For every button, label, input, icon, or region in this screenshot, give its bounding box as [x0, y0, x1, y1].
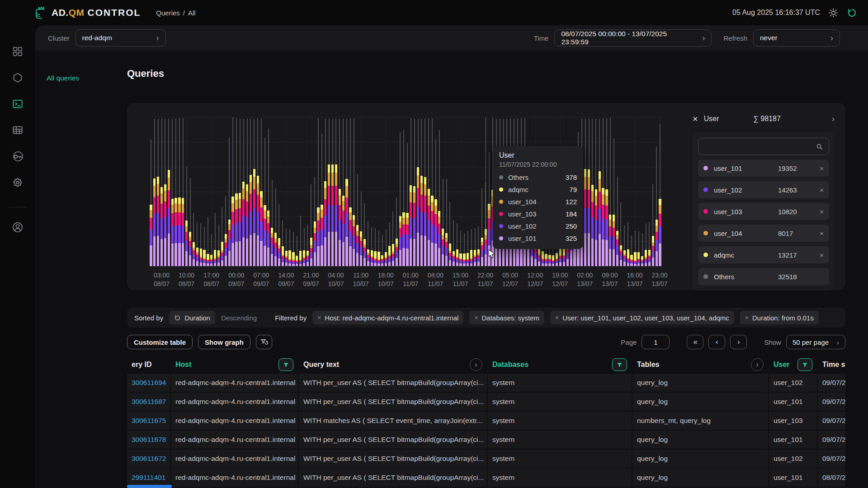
- chart-bar[interactable]: [270, 117, 274, 266]
- chart-bar[interactable]: [609, 117, 612, 266]
- sort-chip[interactable]: Duration: [169, 311, 215, 324]
- close-icon[interactable]: ×: [693, 114, 698, 123]
- chart-bar[interactable]: [370, 117, 373, 266]
- first-page-button[interactable]: «: [687, 335, 703, 349]
- chart-bar[interactable]: [409, 117, 413, 266]
- remove-filter-icon[interactable]: ×: [817, 186, 824, 194]
- legend-search-input[interactable]: [698, 138, 829, 155]
- cell-query_id[interactable]: 300611687: [127, 393, 171, 411]
- chart-bar[interactable]: [245, 117, 249, 266]
- chart-bar[interactable]: [641, 117, 644, 266]
- chart-bar[interactable]: [324, 117, 327, 266]
- chart-bar[interactable]: [181, 117, 185, 266]
- chart-bar[interactable]: [480, 117, 484, 266]
- horizontal-scrollbar-thumb[interactable]: [127, 485, 172, 488]
- chart-bar[interactable]: [345, 117, 349, 266]
- chart-bar[interactable]: [466, 117, 470, 266]
- chart-bar[interactable]: [455, 117, 459, 266]
- chart-bar[interactable]: [395, 117, 398, 266]
- chart-bar[interactable]: [242, 117, 245, 266]
- chart-bar[interactable]: [327, 117, 331, 266]
- chart-bar[interactable]: [619, 117, 623, 266]
- chart-bar[interactable]: [366, 117, 370, 266]
- chart-bar[interactable]: [302, 117, 306, 266]
- chart-bar[interactable]: [167, 117, 170, 266]
- chart-bar[interactable]: [274, 117, 278, 266]
- reset-filters-button[interactable]: [256, 335, 272, 349]
- remove-filter-icon[interactable]: ×: [817, 230, 824, 237]
- next-page-button[interactable]: ›: [730, 335, 747, 349]
- chart-bar[interactable]: [174, 117, 178, 266]
- chart-bar[interactable]: [381, 117, 384, 266]
- chart-bar[interactable]: [331, 117, 335, 266]
- nav-terminal[interactable]: [9, 95, 27, 113]
- chart-bar[interactable]: [462, 117, 466, 266]
- cell-query_id[interactable]: 300611678: [127, 431, 171, 449]
- chart-bar[interactable]: [477, 117, 481, 266]
- filter-chip[interactable]: ×User: user_101, user_102, user_103, use…: [550, 311, 734, 324]
- chart-bar[interactable]: [338, 117, 341, 266]
- nav-dashboard-grid[interactable]: [9, 42, 27, 61]
- remove-filter-icon[interactable]: ×: [817, 208, 824, 216]
- theme-toggle-icon[interactable]: [828, 8, 839, 18]
- chart-bar[interactable]: [413, 117, 416, 266]
- cell-query_id[interactable]: 300611672: [127, 450, 171, 468]
- chart-bar[interactable]: [438, 117, 441, 266]
- nav-user[interactable]: [9, 218, 27, 236]
- chart-bar[interactable]: [206, 117, 210, 266]
- cell-query_id[interactable]: 300611694: [127, 374, 171, 392]
- chart-bar[interactable]: [213, 117, 217, 266]
- chart-bar[interactable]: [256, 117, 259, 266]
- chart-bar[interactable]: [149, 117, 153, 266]
- chart-bar[interactable]: [252, 117, 256, 266]
- chart-bar[interactable]: [377, 117, 381, 266]
- nav-hexagon[interactable]: [9, 69, 27, 87]
- chart-bar[interactable]: [384, 117, 388, 266]
- chart-bar[interactable]: [626, 117, 630, 266]
- chart-bar[interactable]: [231, 117, 235, 266]
- chart-bar[interactable]: [591, 117, 594, 266]
- chart-bar[interactable]: [227, 117, 231, 266]
- chart-bar[interactable]: [392, 117, 395, 266]
- column-filter-button[interactable]: [612, 358, 627, 371]
- chart-bar[interactable]: [623, 117, 626, 266]
- chart-bar[interactable]: [221, 117, 224, 266]
- chart-bar[interactable]: [224, 117, 227, 266]
- chart-bar[interactable]: [306, 117, 310, 266]
- chart-bar[interactable]: [427, 117, 430, 266]
- customize-table-button[interactable]: Customize table: [127, 335, 193, 349]
- chart-bar[interactable]: [156, 117, 160, 266]
- column-expand-button[interactable]: ›: [470, 358, 482, 371]
- chart-bar[interactable]: [278, 117, 281, 266]
- chart-bar[interactable]: [185, 117, 189, 266]
- chart-bar[interactable]: [238, 117, 242, 266]
- chart-bar[interactable]: [594, 117, 598, 266]
- chart-bar[interactable]: [420, 117, 424, 266]
- cell-query_id[interactable]: 299111401: [127, 469, 171, 487]
- chart-bar[interactable]: [195, 117, 199, 266]
- chart-bar[interactable]: [363, 117, 367, 266]
- chart-bar[interactable]: [313, 117, 316, 266]
- chart-bar[interactable]: [655, 117, 658, 266]
- chart-bar[interactable]: [309, 117, 313, 266]
- chart-bar[interactable]: [658, 117, 662, 266]
- page-number-input[interactable]: [642, 335, 670, 349]
- chart-bar[interactable]: [192, 117, 196, 266]
- nav-table[interactable]: [9, 121, 27, 139]
- chart-bar[interactable]: [430, 117, 434, 266]
- chart-bar[interactable]: [406, 117, 409, 266]
- chart-bar[interactable]: [633, 117, 637, 266]
- history-refresh-icon[interactable]: [847, 8, 857, 18]
- remove-filter-icon[interactable]: ×: [817, 164, 824, 172]
- chart-bar[interactable]: [199, 117, 203, 266]
- chart-bar[interactable]: [356, 117, 359, 266]
- chart-bar[interactable]: [416, 117, 420, 266]
- chart-bar[interactable]: [601, 117, 605, 266]
- chart-bar[interactable]: [235, 117, 238, 266]
- chart-bar[interactable]: [210, 117, 213, 266]
- time-range-select[interactable]: 08/07/2025 00:00:00 - 13/07/2025 23:59:5…: [554, 29, 712, 47]
- chart-bar[interactable]: [651, 117, 655, 266]
- chart-bar[interactable]: [352, 117, 356, 266]
- chart-bar[interactable]: [388, 117, 392, 266]
- chart-bar[interactable]: [648, 117, 651, 266]
